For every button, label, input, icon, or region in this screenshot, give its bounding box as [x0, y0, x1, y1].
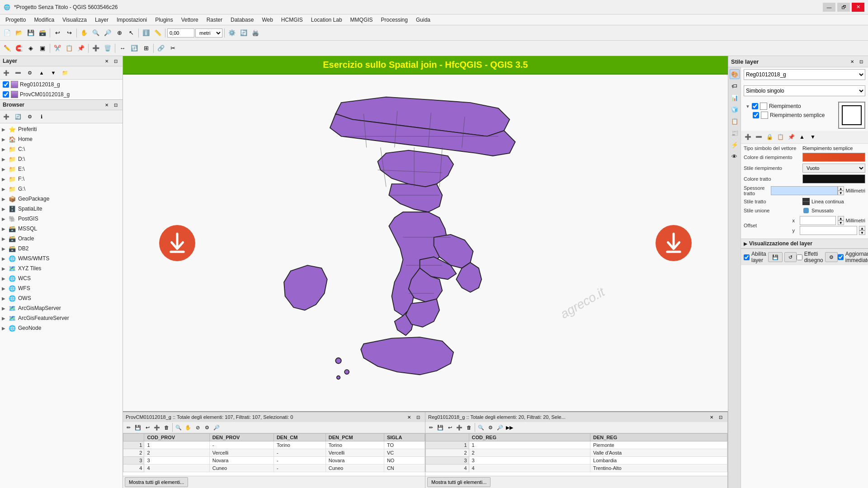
- stile-riempimento-select[interactable]: Vuoto: [802, 164, 865, 173]
- identify-btn[interactable]: ℹ️: [141, 28, 151, 38]
- style-label-btn[interactable]: 🏷: [730, 81, 740, 91]
- cut-btn[interactable]: ✂️: [52, 43, 63, 54]
- viz-expand-arrow[interactable]: ▶: [744, 241, 747, 246]
- style-display-btn[interactable]: 👁: [730, 151, 740, 161]
- browser-filter-btn[interactable]: ⚙: [24, 111, 35, 122]
- browser-tree-item-4[interactable]: ▶📁E:\: [0, 164, 123, 174]
- attr2-edit-btn[interactable]: ✏: [426, 423, 435, 432]
- attr1-show-all-btn[interactable]: Mostra tutti gli elementi...: [125, 477, 188, 487]
- browser-tree-item-13[interactable]: ▶🌐WMS/WMTS: [0, 253, 123, 263]
- browser-tree-item-3[interactable]: ▶📁D:\: [0, 154, 123, 164]
- menu-item-vettore[interactable]: Vettore: [178, 16, 202, 24]
- style-lock-btn[interactable]: 🔒: [764, 132, 774, 142]
- zoom-in-btn[interactable]: 🔍: [90, 28, 101, 38]
- attr2-search-btn[interactable]: 🔎: [495, 423, 505, 432]
- attr1-col-cod-prov[interactable]: COD_PROV: [144, 434, 209, 441]
- remove-layer-btn[interactable]: ➖: [13, 67, 24, 78]
- zoom-out-btn[interactable]: 🔎: [102, 28, 113, 38]
- attr1-deselect-btn[interactable]: ⊘: [193, 423, 202, 432]
- style-layer-select[interactable]: Reg01012018_g: [744, 69, 865, 80]
- abilita-layer-check[interactable]: [744, 254, 750, 260]
- attr1-save-btn[interactable]: 💾: [133, 423, 142, 432]
- riempimento-check[interactable]: [752, 103, 758, 109]
- attr1-search-btn[interactable]: 🔎: [212, 423, 221, 432]
- layer-group-btn[interactable]: 📁: [60, 67, 71, 78]
- redo-btn[interactable]: ↪: [64, 28, 75, 38]
- snap-btn[interactable]: 🧲: [14, 43, 24, 54]
- rotate-btn[interactable]: 🔃: [129, 43, 140, 54]
- offset-x-up-btn[interactable]: ▲: [838, 216, 844, 221]
- minimize-button[interactable]: —: [823, 3, 835, 12]
- browser-tree-item-19[interactable]: ▶🗺️ArcGisFeatureServer: [0, 313, 123, 323]
- attr2-undo-btn[interactable]: ↩: [445, 423, 454, 432]
- pan-btn[interactable]: ✋: [79, 28, 90, 38]
- browser-tree-item-16[interactable]: ▶🌐WFS: [0, 283, 123, 293]
- attr2-filter-btn[interactable]: ⚙: [486, 423, 495, 432]
- style-close[interactable]: ✕: [848, 57, 856, 66]
- attr2-row-4[interactable]: 44Trentino-Alto: [426, 465, 727, 472]
- layer-visible-reg[interactable]: [3, 81, 9, 88]
- attr1-col-den-pcm[interactable]: DEN_PCM: [326, 434, 384, 441]
- colore-riempimento-value[interactable]: [802, 153, 865, 162]
- riempimento-semplice-check[interactable]: [753, 112, 759, 118]
- copy-btn[interactable]: 📋: [64, 43, 75, 54]
- browser-panel-float[interactable]: ⊡: [112, 101, 120, 109]
- attr2-float[interactable]: ⊡: [717, 413, 725, 421]
- aggiornamento-check[interactable]: [838, 251, 844, 263]
- menu-item-location lab[interactable]: Location Lab: [307, 16, 346, 24]
- attr1-close[interactable]: ✕: [405, 413, 413, 421]
- more-tools-btn[interactable]: ⚙️: [226, 28, 237, 38]
- style-source-btn[interactable]: 📋: [730, 116, 740, 126]
- style-actions-btn[interactable]: ⚡: [730, 140, 740, 150]
- rotation-input[interactable]: [167, 28, 194, 38]
- style-diagram-btn[interactable]: 📊: [730, 93, 740, 103]
- attr1-add-row-btn[interactable]: ➕: [152, 423, 161, 432]
- style-3d-btn[interactable]: 🧊: [730, 104, 740, 114]
- offset-x-down-btn[interactable]: ▼: [838, 221, 844, 225]
- attr1-col-den-prov[interactable]: DEN_PROV: [209, 434, 274, 441]
- browser-tree-item-0[interactable]: ▶⭐Preferiti: [0, 124, 123, 134]
- attr2-close[interactable]: ✕: [708, 413, 716, 421]
- menu-item-raster[interactable]: Raster: [203, 16, 226, 24]
- split-btn[interactable]: ✂: [167, 43, 178, 54]
- style-add-layer-btn[interactable]: ➕: [743, 132, 753, 142]
- paste-btn[interactable]: 📌: [75, 43, 86, 54]
- undo-btn[interactable]: ↩: [52, 28, 63, 38]
- attr2-del-row-btn[interactable]: 🗑: [464, 423, 473, 432]
- layer-panel-close[interactable]: ✕: [103, 57, 111, 65]
- restore-style-btn[interactable]: ↺: [784, 252, 797, 262]
- attr1-undo-btn[interactable]: ↩: [143, 423, 152, 432]
- browser-tree-item-11[interactable]: ▶🗃️Oracle: [0, 234, 123, 244]
- attr1-zoom-btn[interactable]: 🔍: [174, 423, 183, 432]
- refresh-btn[interactable]: 🔄: [238, 28, 249, 38]
- viz-header[interactable]: ▶ Visualizzazione del layer: [741, 239, 868, 249]
- save-style-btn[interactable]: 💾: [768, 252, 783, 262]
- style-float[interactable]: ⊡: [857, 57, 865, 66]
- effetti-disegno-check[interactable]: [797, 254, 802, 260]
- menu-item-progetto[interactable]: Progetto: [2, 16, 29, 24]
- menu-item-plugins[interactable]: Plugins: [151, 16, 176, 24]
- save-project-btn[interactable]: 💾: [25, 28, 36, 38]
- offset-x-input[interactable]: 0,000000: [800, 216, 836, 225]
- add-feature-btn[interactable]: ➕: [90, 43, 101, 54]
- del-feature-btn[interactable]: 🗑️: [102, 43, 113, 54]
- browser-tree-item-18[interactable]: ▶🗺️ArcGisMapServer: [0, 303, 123, 313]
- layer-move-up-btn[interactable]: ▲: [36, 67, 47, 78]
- attr2-row-3[interactable]: 33Lombardia: [426, 457, 727, 465]
- zoom-full-btn[interactable]: ⊕: [114, 28, 125, 38]
- attr2-zoom-btn[interactable]: 🔍: [476, 423, 486, 432]
- attr1-float[interactable]: ⊡: [414, 413, 422, 421]
- move-btn[interactable]: ↔️: [117, 43, 128, 54]
- browser-tree-item-12[interactable]: ▶🗃️DB2: [0, 244, 123, 253]
- browser-tree-item-20[interactable]: ▶🌐GeoNode: [0, 323, 123, 333]
- browser-tree-item-8[interactable]: ▶🗄️SpatiaLite: [0, 204, 123, 214]
- style-paste-btn[interactable]: 📌: [786, 132, 796, 142]
- layer-item-reg[interactable]: Reg01012018_g: [0, 80, 123, 89]
- select-btn[interactable]: ↖: [126, 28, 137, 38]
- browser-refresh-btn[interactable]: 🔄: [13, 111, 24, 122]
- attr2-save-btn[interactable]: 💾: [436, 423, 445, 432]
- browser-tree-item-17[interactable]: ▶🌐OWS: [0, 293, 123, 303]
- attr2-add-row-btn[interactable]: ➕: [455, 423, 464, 432]
- digitize-btn[interactable]: ✏️: [2, 43, 13, 54]
- menu-item-modifica[interactable]: Modifica: [30, 16, 58, 24]
